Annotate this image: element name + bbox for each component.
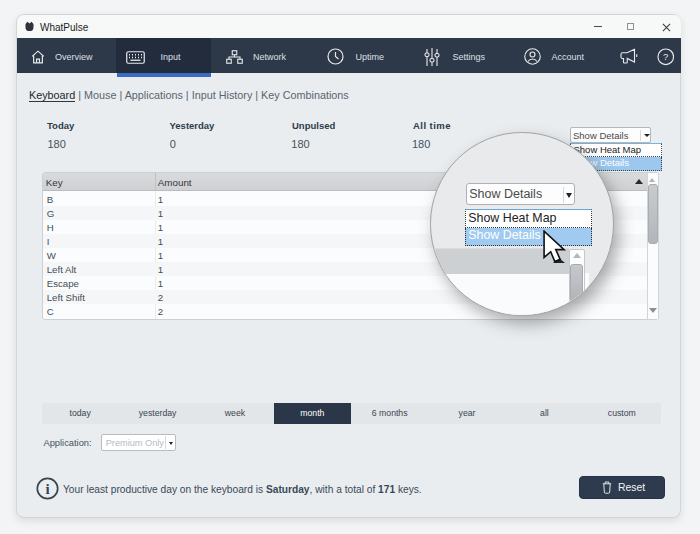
svg-text:?: ? <box>663 51 668 62</box>
svg-text:i: i <box>45 481 49 497</box>
